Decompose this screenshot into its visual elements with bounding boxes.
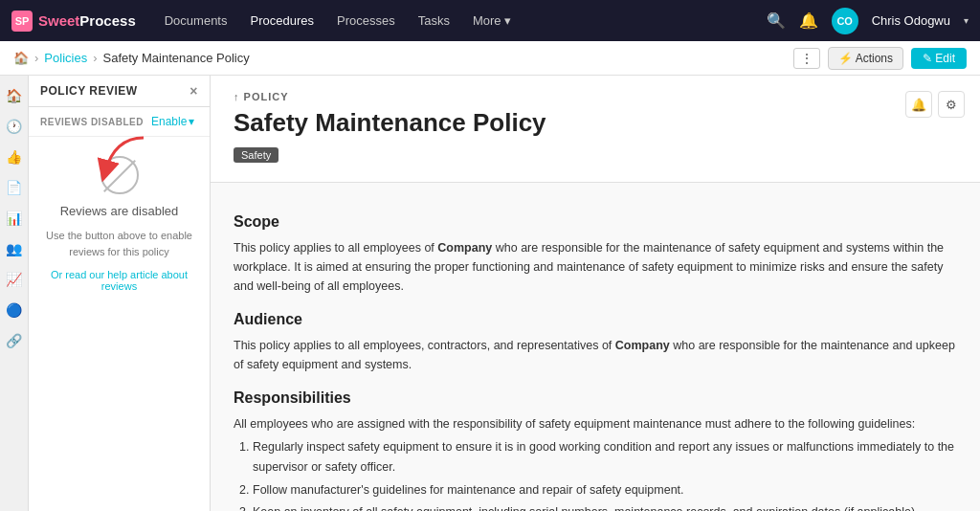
disabled-circle-icon [100,156,139,194]
nav-links: Documents Procedures Processes Tasks Mor… [155,8,747,33]
audience-para: This policy applies to all employees, co… [234,336,957,374]
enable-reviews-button[interactable]: Enable▾ [151,115,194,128]
help-article-link[interactable]: Or read our help article about reviews [40,269,198,292]
scope-title: Scope [234,213,957,231]
nav-right: 🔍 🔔 CO Chris Odogwu ▾ [767,8,969,34]
nav-procedures[interactable]: Procedures [240,8,323,33]
policies-link[interactable]: Policies [44,51,87,65]
main-content: ↑ POLICY Safety Maintenance Policy Safet… [211,76,980,511]
panel-title: POLICY REVIEW [40,84,138,98]
list-item: Regularly inspect safety equipment to en… [253,437,957,478]
search-icon[interactable]: 🔍 [767,11,786,30]
breadcrumb-actions: ⋮ ⚡ Actions ✎ Edit [793,47,967,70]
list-item: Keep an inventory of all safety equipmen… [253,502,957,511]
audience-title: Audience [234,311,957,328]
policy-tag: Safety [234,147,278,163]
breadcrumb: 🏠 › Policies › Safety Maintenance Policy [13,51,250,65]
bell-icon[interactable]: 🔔 [799,11,818,30]
avatar: CO [832,8,858,34]
list-item: Follow manufacturer's guidelines for mai… [253,480,957,500]
sidebar-icons: 🏠 🕐 👍 📄 📊 👥 📈 🔵 🔗 [0,76,29,511]
sidebar-icon-active[interactable]: 🔵 [2,298,27,322]
sidebar-icon-recent[interactable]: 🕐 [2,114,27,139]
panel-hint-text: Use the button above to enable reviews f… [40,228,198,259]
panel-close-button[interactable]: × [189,83,198,99]
user-menu-chevron: ▾ [964,15,969,26]
policy-top-actions: 🔔 ⚙ [905,91,965,118]
policy-settings-button[interactable]: ⚙ [938,91,965,118]
panel-header: POLICY REVIEW × [29,76,210,107]
actions-button[interactable]: ⚡ Actions [828,47,903,70]
edit-button[interactable]: ✎ Edit [911,48,967,69]
more-options-button[interactable]: ⋮ [793,48,820,69]
policy-review-panel: POLICY REVIEW × REVIEWS DISABLED Enable▾… [29,76,211,511]
brand-logo[interactable]: SP SweetProcess [11,11,136,32]
content-sections: Scope This policy applies to all employe… [211,198,980,511]
top-nav: SP SweetProcess Documents Procedures Pro… [0,0,980,41]
brand-sweet: SweetProcess [38,12,136,29]
policy-header-section: ↑ POLICY Safety Maintenance Policy Safet… [211,76,980,183]
nav-documents[interactable]: Documents [155,8,237,33]
sidebar-icon-likes[interactable]: 👍 [2,144,27,169]
main-layout: 🏠 🕐 👍 📄 📊 👥 📈 🔵 🔗 POLICY REVIEW × REVIEW… [0,76,980,511]
panel-reviews-row: REVIEWS DISABLED Enable▾ [29,107,210,137]
sidebar-icon-analytics[interactable]: 📈 [2,267,27,292]
responsibilities-intro: All employees who are assigned with the … [234,414,957,433]
sidebar-icon-reports[interactable]: 📊 [2,206,27,231]
nav-more[interactable]: More ▾ [463,8,521,33]
breadcrumb-current: Safety Maintenance Policy [102,51,249,65]
nav-processes[interactable]: Processes [327,8,405,33]
scope-para: This policy applies to all employees of … [234,238,957,296]
nav-tasks[interactable]: Tasks [409,8,459,33]
sidebar-icon-docs[interactable]: 📄 [2,175,27,200]
brand-icon: SP [11,11,33,32]
home-icon[interactable]: 🏠 [13,51,29,65]
responsibilities-title: Responsibilities [234,389,957,407]
reviews-disabled-label: REVIEWS DISABLED [40,117,144,127]
panel-body: Reviews are disabled Use the button abov… [29,137,210,311]
sidebar-icon-integrations[interactable]: 🔗 [2,328,27,353]
sidebar-icon-users[interactable]: 👥 [2,236,27,261]
breadcrumb-bar: 🏠 › Policies › Safety Maintenance Policy… [0,41,980,76]
user-name[interactable]: Chris Odogwu [872,13,950,28]
policy-type-label: ↑ POLICY [234,91,957,102]
reviews-disabled-text: Reviews are disabled [60,204,179,218]
sidebar-icon-home[interactable]: 🏠 [2,83,27,108]
responsibilities-list: Regularly inspect safety equipment to en… [234,437,957,511]
policy-title: Safety Maintenance Policy [234,108,957,138]
policy-bell-button[interactable]: 🔔 [905,91,932,118]
